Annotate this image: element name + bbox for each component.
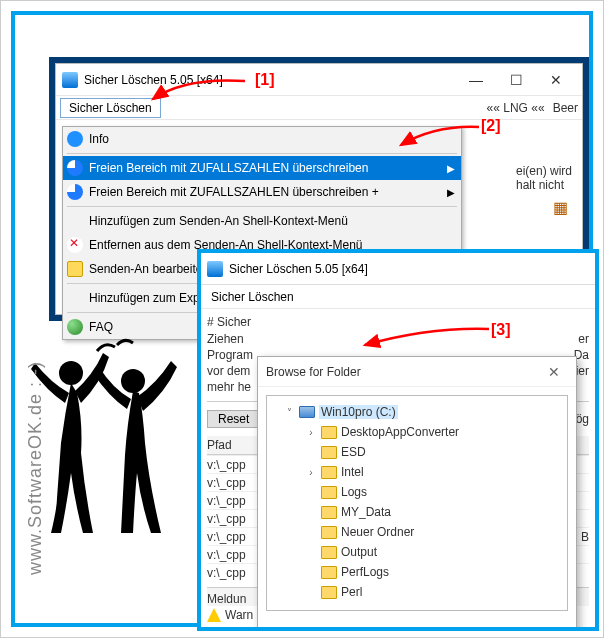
- tree-item-label: MY_Data: [341, 505, 391, 519]
- menu-item-label: Hinzufügen zum Expl: [89, 291, 202, 305]
- menu-separator: [67, 153, 457, 154]
- menu-item-label: Info: [89, 132, 109, 146]
- menu-bar: Sicher Löschen «« LNG «« Beer: [56, 96, 582, 120]
- close-button[interactable]: ✕: [540, 364, 568, 380]
- tree-item[interactable]: PerfLogs: [277, 562, 561, 582]
- folder-icon: [321, 586, 337, 599]
- tree-item-label: Logs: [341, 485, 367, 499]
- menu-item-overwrite[interactable]: Freien Bereich mit ZUFALLSZAHLEN übersch…: [63, 156, 461, 180]
- document-icon: [67, 261, 83, 277]
- submenu-arrow-icon: ▶: [447, 187, 455, 198]
- info-icon: [67, 131, 83, 147]
- callout-1: [1]: [255, 71, 275, 89]
- behind-line-2: halt nicht: [516, 178, 572, 192]
- close-button[interactable]: ✕: [536, 66, 576, 94]
- tree-item[interactable]: ›Intel: [277, 462, 561, 482]
- browse-folder-dialog: Browse for Folder ✕ ˅ Win10pro (C:) ›Des…: [257, 356, 577, 627]
- tree-item[interactable]: Output: [277, 542, 561, 562]
- tree-item-label: Perl: [341, 585, 362, 599]
- folder-icon: [321, 486, 337, 499]
- cell-size: B: [581, 530, 589, 544]
- heading: # Sicher: [207, 315, 589, 329]
- beer-link[interactable]: Beer: [549, 101, 582, 115]
- menu-sicher-loeschen[interactable]: Sicher Löschen: [205, 288, 300, 306]
- warning-icon: [207, 608, 221, 622]
- expander-icon[interactable]: ›: [305, 467, 317, 478]
- tree-item-label: Neuer Ordner: [341, 525, 414, 539]
- submenu-arrow-icon: ▶: [447, 163, 455, 174]
- x-icon: [67, 237, 83, 253]
- folder-icon: [321, 426, 337, 439]
- para-line: Program: [207, 347, 253, 363]
- maximize-button[interactable]: ☐: [496, 66, 536, 94]
- para-right: er: [578, 331, 589, 347]
- outer-frame: Sicher Löschen 5.05 [x64] — ☐ ✕ Sicher L…: [11, 11, 593, 627]
- tree-item-label: PerfLogs: [341, 565, 389, 579]
- pie-icon: [67, 160, 83, 176]
- folder-icon: [321, 446, 337, 459]
- app-icon: [62, 72, 78, 88]
- folder-icon: [321, 546, 337, 559]
- menu-item-label: Freien Bereich mit ZUFALLSZAHLEN übersch…: [89, 161, 368, 175]
- minimize-button[interactable]: —: [456, 66, 496, 94]
- folder-icon: [321, 466, 337, 479]
- tree-item-label: DesktopAppConverter: [341, 425, 459, 439]
- menu-item-label: Freien Bereich mit ZUFALLSZAHLEN übersch…: [89, 185, 379, 199]
- tree-item-label: Output: [341, 545, 377, 559]
- watermark: www.SoftwareOK.de : -): [25, 361, 46, 575]
- dialog-body: ˅ Win10pro (C:) ›DesktopAppConverterESD›…: [258, 387, 576, 627]
- callout-3: [3]: [491, 321, 511, 339]
- lng-switch[interactable]: «« LNG ««: [483, 101, 549, 115]
- para-line: Ziehen: [207, 331, 244, 347]
- reset-button[interactable]: Reset: [207, 410, 260, 428]
- window-2-body: # Sicher Ziehener ProgramDa vor demhier …: [201, 309, 595, 627]
- svg-point-0: [59, 361, 83, 385]
- folder-tree[interactable]: ˅ Win10pro (C:) ›DesktopAppConverterESD›…: [266, 395, 568, 611]
- tree-item-root[interactable]: ˅ Win10pro (C:): [277, 402, 561, 422]
- window-title: Sicher Löschen 5.05 [x64]: [229, 262, 589, 276]
- para-line: mehr he: [207, 380, 251, 394]
- para-line: vor dem: [207, 363, 250, 379]
- menu-separator: [67, 206, 457, 207]
- folder-icon: [321, 506, 337, 519]
- folder-icon: [321, 566, 337, 579]
- callout-2: [2]: [481, 117, 501, 135]
- dialog-title: Browse for Folder: [266, 365, 361, 379]
- menu-bar: Sicher Löschen: [201, 285, 595, 309]
- message-label: Fehler: [223, 626, 257, 627]
- dancers-illustration: [21, 333, 191, 543]
- tree-item-label: Win10pro (C:): [319, 405, 398, 419]
- expander-icon[interactable]: ˅: [283, 407, 295, 418]
- tree-item[interactable]: Neuer Ordner: [277, 522, 561, 542]
- tree-item[interactable]: ESD: [277, 442, 561, 462]
- grid-icon[interactable]: ▦: [553, 198, 568, 217]
- tree-item[interactable]: Perl: [277, 582, 561, 602]
- tree-item[interactable]: ›DesktopAppConverter: [277, 422, 561, 442]
- behind-line-1: ei(en) wird: [516, 164, 572, 178]
- menu-item-label: Hinzufügen zum Senden-An Shell-Kontext-M…: [89, 214, 348, 228]
- app-icon: [207, 261, 223, 277]
- menu-item-info[interactable]: Info: [63, 127, 461, 151]
- message-label: Warn: [225, 608, 253, 622]
- pie-icon: [67, 184, 83, 200]
- menu-item-overwrite-plus[interactable]: Freien Bereich mit ZUFALLSZAHLEN übersch…: [63, 180, 461, 204]
- window-2: Sicher Löschen 5.05 [x64] Sicher Löschen…: [197, 249, 599, 631]
- folder-icon: [321, 526, 337, 539]
- tree-item-label: ESD: [341, 445, 366, 459]
- drive-icon: [299, 406, 315, 418]
- menu-item-label: FAQ: [89, 320, 113, 334]
- menu-sicher-loeschen[interactable]: Sicher Löschen: [60, 98, 161, 118]
- menu-item-label: Senden-An bearbeite: [89, 262, 202, 276]
- menu-item-add-sendto[interactable]: Hinzufügen zum Senden-An Shell-Kontext-M…: [63, 209, 461, 233]
- title-bar: Sicher Löschen 5.05 [x64]: [201, 253, 595, 285]
- svg-point-1: [121, 369, 145, 393]
- tree-item[interactable]: Logs: [277, 482, 561, 502]
- title-bar: Sicher Löschen 5.05 [x64] — ☐ ✕: [56, 64, 582, 96]
- content-behind: ei(en) wird halt nicht: [516, 164, 572, 192]
- expander-icon[interactable]: ›: [305, 427, 317, 438]
- tree-item-label: Intel: [341, 465, 364, 479]
- dialog-titlebar: Browse for Folder ✕: [258, 357, 576, 387]
- tree-item[interactable]: MY_Data: [277, 502, 561, 522]
